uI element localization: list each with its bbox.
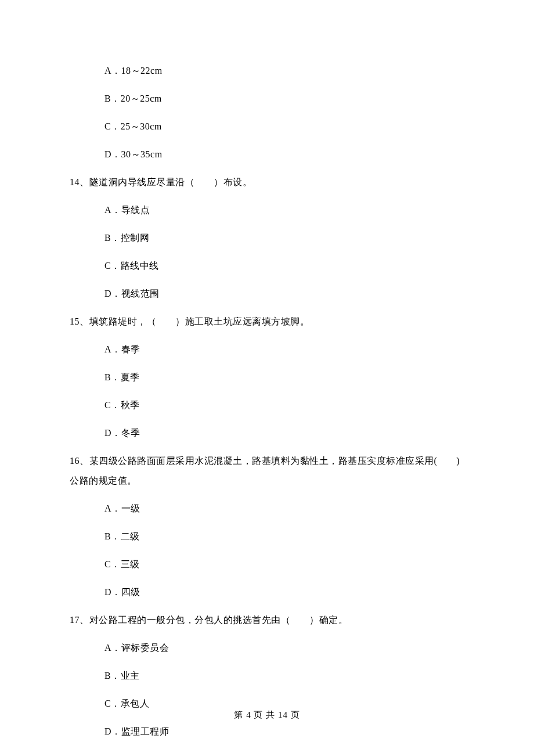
q13-option-d: D．30～35cm	[104, 147, 464, 161]
q16-option-b: B．二级	[104, 530, 464, 543]
q14-option-a: A．导线点	[104, 203, 464, 217]
q14-option-b: B．控制网	[104, 231, 464, 245]
q14-option-c: C．路线中线	[104, 259, 464, 273]
q17-stem: 17、对公路工程的一般分包，分包人的挑选首先由（ ）确定。	[70, 613, 464, 627]
q15-option-c: C．秋季	[104, 398, 464, 412]
q16-stem-line2: 公路的规定值。	[70, 474, 464, 488]
q13-option-c: C．25～30cm	[104, 120, 464, 134]
q15-option-b: B．夏季	[104, 370, 464, 384]
q15-option-d: D．冬季	[104, 426, 464, 440]
q16-option-d: D．四级	[104, 585, 464, 599]
q15-stem: 15、填筑路堤时，（ ）施工取土坑应远离填方坡脚。	[70, 315, 464, 329]
q17-option-b: B．业主	[104, 669, 464, 683]
q14-stem: 14、隧道洞内导线应尽量沿（ ）布设。	[70, 175, 464, 189]
page-footer: 第 4 页 共 14 页	[0, 708, 534, 722]
q13-option-a: A．18～22cm	[104, 64, 464, 78]
q14-option-d: D．视线范围	[104, 287, 464, 301]
q16-option-a: A．一级	[104, 502, 464, 516]
q13-option-b: B．20～25cm	[104, 92, 464, 106]
q17-option-d: D．监理工程师	[104, 725, 464, 739]
q15-option-a: A．春季	[104, 343, 464, 357]
q16-stem-line1: 16、某四级公路路面面层采用水泥混凝土，路基填料为黏性土，路基压实度标准应采用(…	[70, 454, 464, 468]
q17-option-a: A．评标委员会	[104, 641, 464, 655]
q16-option-c: C．三级	[104, 557, 464, 571]
page-content: A．18～22cm B．20～25cm C．25～30cm D．30～35cm …	[0, 0, 534, 739]
